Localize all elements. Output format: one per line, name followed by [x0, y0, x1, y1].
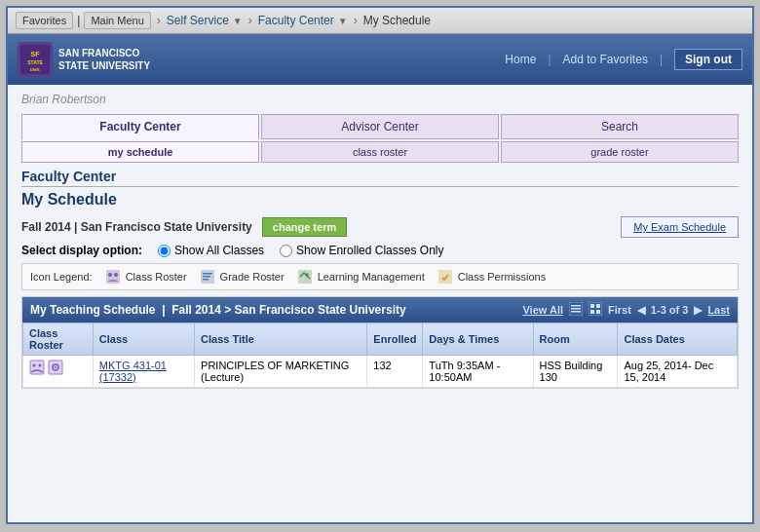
- subtab-class-roster[interactable]: class roster: [261, 141, 499, 163]
- current-page-label: My Schedule: [363, 14, 431, 27]
- show-enrolled-label: Show Enrolled Classes Only: [296, 244, 443, 257]
- svg-text:UNIV.: UNIV.: [30, 67, 40, 72]
- user-name: Brian Robertson: [21, 93, 739, 106]
- tab-faculty-center[interactable]: Faculty Center: [21, 114, 259, 139]
- subtab-grade-roster[interactable]: grade roster: [501, 141, 739, 163]
- svg-point-25: [39, 364, 42, 367]
- svg-point-5: [108, 273, 112, 277]
- view-all-icon[interactable]: [569, 302, 583, 318]
- table-header-bar: My Teaching Schedule | Fall 2014 > San F…: [22, 297, 738, 323]
- class-link[interactable]: MKTG 431-01 (17332): [99, 360, 167, 383]
- mainmenu-dropdown[interactable]: Main Menu: [84, 12, 150, 29]
- svg-rect-21: [590, 310, 594, 314]
- pagination-next-icon[interactable]: ▶: [694, 304, 702, 317]
- legend-grade-roster-label: Grade Roster: [220, 271, 285, 283]
- sign-out-button[interactable]: Sign out: [674, 49, 742, 70]
- icon-legend: Icon Legend: Class Roster: [21, 263, 739, 290]
- svg-rect-19: [590, 304, 594, 308]
- show-all-classes-option[interactable]: Show All Classes: [158, 244, 264, 257]
- main-content: Brian Robertson Faculty Center Advisor C…: [8, 85, 752, 522]
- show-enrolled-radio[interactable]: [280, 245, 292, 257]
- svg-rect-22: [596, 310, 600, 314]
- show-all-label: Show All Classes: [174, 244, 264, 257]
- breadcrumb-sep2: ›: [248, 14, 252, 27]
- tab-search[interactable]: Search: [501, 114, 739, 139]
- svg-rect-15: [571, 305, 581, 307]
- show-enrolled-option[interactable]: Show Enrolled Classes Only: [280, 244, 443, 257]
- breadcrumb-sep3: ›: [354, 14, 358, 27]
- grid-view-icon[interactable]: [589, 302, 602, 318]
- svg-rect-20: [596, 304, 600, 308]
- cell-class-roster-icons: [23, 356, 94, 388]
- add-favorites-link[interactable]: Add to Favorites: [563, 53, 648, 66]
- page-header: Faculty Center My Schedule: [21, 169, 739, 209]
- table-title: My Teaching Schedule | Fall 2014 > San F…: [30, 303, 406, 317]
- facultycenter-dropdown-arrow[interactable]: ▼: [338, 16, 348, 26]
- cell-room: HSS Building 130: [533, 356, 618, 388]
- table-row: MKTG 431-01 (17332) PRINCIPLES OF MARKET…: [23, 356, 738, 388]
- tabs-row-primary: Faculty Center Advisor Center Search: [21, 114, 739, 139]
- row-settings-icon[interactable]: [48, 360, 63, 375]
- show-all-radio[interactable]: [158, 245, 171, 257]
- home-link[interactable]: Home: [505, 53, 536, 66]
- sfsu-logo: SF STATE UNIV. San Francisco State Unive…: [18, 42, 150, 77]
- legend-class-roster: Class Roster: [104, 268, 187, 285]
- teaching-schedule-table: My Teaching Schedule | Fall 2014 > San F…: [21, 296, 739, 389]
- cell-enrolled: 132: [367, 356, 423, 388]
- nav-separator: |: [77, 14, 80, 27]
- pagination-prev-icon[interactable]: ◀: [637, 304, 645, 317]
- favorites-dropdown[interactable]: Favorites: [16, 12, 73, 29]
- row-class-roster-icon[interactable]: [29, 360, 45, 375]
- breadcrumb-sep1: ›: [157, 14, 161, 27]
- header-bar: SF STATE UNIV. San Francisco State Unive…: [8, 34, 752, 85]
- view-all-link[interactable]: View All: [522, 304, 563, 316]
- learning-management-icon: [296, 268, 314, 285]
- term-label: Fall 2014 | San Francisco State Universi…: [21, 220, 252, 234]
- tabs-row-secondary: my schedule class roster grade roster: [21, 141, 739, 163]
- legend-learning-mgmt-label: Learning Management: [318, 271, 425, 283]
- pagination-first: First: [608, 304, 631, 316]
- term-row: Fall 2014 | San Francisco State Universi…: [21, 216, 739, 238]
- legend-class-roster-label: Class Roster: [126, 271, 187, 283]
- svg-point-12: [305, 273, 309, 277]
- pagination-info: 1-3 of 3: [651, 304, 689, 316]
- header-actions: Home | Add to Favorites | Sign out: [505, 49, 742, 70]
- col-header-enrolled: Enrolled: [367, 323, 423, 356]
- sfsu-logo-text: San Francisco State University: [58, 47, 150, 72]
- svg-rect-16: [571, 308, 581, 310]
- schedule-data-table: Class Roster Class Class Title Enrolled …: [22, 323, 738, 388]
- change-term-button[interactable]: change term: [262, 217, 347, 237]
- class-roster-icon: [104, 268, 122, 285]
- svg-point-6: [114, 273, 118, 277]
- sfsu-logo-icon: SF STATE UNIV.: [18, 42, 53, 77]
- legend-label: Icon Legend:: [30, 271, 93, 283]
- svg-text:SF: SF: [31, 51, 41, 57]
- svg-point-28: [55, 366, 57, 368]
- top-nav: Favorites | Main Menu › Self Service ▼ ›…: [8, 8, 752, 34]
- col-header-class: Class: [93, 323, 194, 356]
- facultycenter-link[interactable]: Faculty Center: [258, 14, 334, 27]
- col-header-class-dates: Class Dates: [618, 323, 738, 356]
- cell-days-times: TuTh 9:35AM - 10:50AM: [423, 356, 533, 388]
- tab-advisor-center[interactable]: Advisor Center: [261, 114, 499, 139]
- cell-class-dates: Aug 25, 2014- Dec 15, 2014: [618, 356, 738, 388]
- term-info: Fall 2014 | San Francisco State Universi…: [21, 217, 347, 237]
- col-header-days-times: Days & Times: [423, 323, 533, 356]
- selfservice-link[interactable]: Self Service: [167, 14, 229, 27]
- subtab-my-schedule[interactable]: my schedule: [21, 141, 259, 163]
- cell-class: MKTG 431-01 (17332): [93, 356, 194, 388]
- svg-rect-9: [203, 276, 210, 278]
- legend-class-permissions-label: Class Permissions: [458, 271, 546, 283]
- selfservice-dropdown-arrow[interactable]: ▼: [233, 16, 243, 26]
- section-title: Faculty Center: [21, 169, 739, 187]
- svg-rect-10: [203, 279, 209, 281]
- svg-rect-13: [438, 270, 452, 284]
- display-options: Select display option: Show All Classes …: [21, 244, 739, 257]
- cell-class-title: PRINCIPLES OF MARKETING (Lecture): [195, 356, 367, 388]
- legend-grade-roster: Grade Roster: [199, 268, 285, 285]
- header-divider: |: [548, 53, 551, 66]
- col-header-class-title: Class Title: [195, 323, 367, 356]
- pagination-last-link[interactable]: Last: [707, 304, 730, 316]
- exam-schedule-button[interactable]: My Exam Schedule: [621, 216, 739, 238]
- svg-rect-8: [203, 273, 212, 275]
